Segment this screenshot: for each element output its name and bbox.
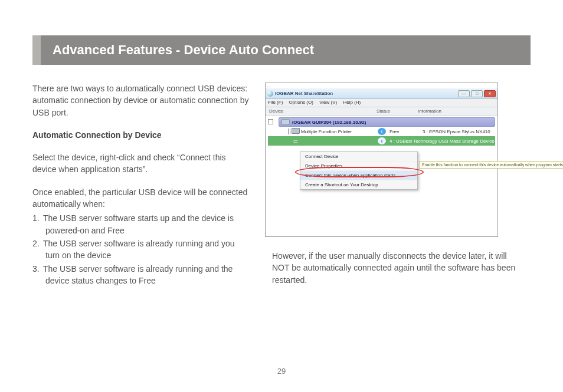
content-columns: There are two ways to automatically conn… [32,83,531,288]
app-logo-icon [267,91,273,97]
right-column: … IOGEAR Net ShareStation — □ ✕ File (F)… [265,83,531,288]
tooltip: Enable this function to connect this dev… [419,161,563,169]
condition-item: 1.The USB server software starts up and … [32,212,251,236]
conditions-list: 1.The USB server software starts up and … [32,212,251,286]
device-row-selected[interactable]: ▭ i 4 : USBest Technology USB Mass Stora… [268,136,495,146]
info-icon: i [378,137,386,144]
condition-item: 3.The USB server software is already run… [32,263,251,287]
server-label: IOGEAR GUIP204 (192.168.10.92) [292,120,366,125]
menu-bar: File (F) Options (O) View (V) Help (H) [266,99,497,107]
maximize-button[interactable]: □ [471,90,483,97]
menu-create-shortcut[interactable]: Create a Shortcut on Your Desktop [300,180,417,189]
column-status: Status [377,108,418,114]
device-name: Multiple Function Printer [301,129,378,134]
section-title: Advanced Features - Device Auto Connect [53,42,519,58]
device-info: 3 : EPSON Epson Stylus NX410 [423,129,495,134]
menu-help[interactable]: Help (H) [343,100,361,105]
note-paragraph: However, if the user manually disconnect… [265,250,531,286]
section-title-bar: Advanced Features - Device Auto Connect [32,35,531,65]
server-icon [282,119,290,125]
device-info: 4 : USBest Technology USB Mass Storage D… [389,139,495,144]
condition-item: 2.The USB server software is already run… [32,238,251,262]
storage-icon: ▭ [290,139,301,144]
embedded-screenshot: … IOGEAR Net ShareStation — □ ✕ File (F)… [265,83,498,237]
close-button[interactable]: ✕ [484,90,496,97]
once-enabled-paragraph: Once enabled, the particular USB device … [32,186,251,210]
subheading: Automatic Connection by Device [32,129,251,141]
window-titlebar: IOGEAR Net ShareStation — □ ✕ [266,88,497,99]
instruction-paragraph: Select the device, right-click and check… [32,151,251,176]
minimize-button[interactable]: — [458,90,470,97]
truncated-caption: … [266,83,497,88]
menu-connect-device[interactable]: Connect Device [300,152,417,162]
column-information: Information [418,108,497,114]
menu-device-properties[interactable]: Device Properties [300,162,417,171]
intro-paragraph: There are two ways to automatically conn… [32,83,251,118]
page-number: 29 [0,367,563,375]
menu-options[interactable]: Options (O) [289,100,313,105]
device-row[interactable]: Multiple Function Printer i Free 3 : EPS… [268,127,495,136]
column-device: Device [266,108,377,114]
left-column: There are two ways to automatically conn… [32,83,251,288]
info-icon: i [378,128,386,135]
context-menu: Connect Device Device Properties Connect… [300,151,418,190]
menu-view[interactable]: View (V) [319,100,337,105]
printer-icon [292,128,300,134]
menu-file[interactable]: File (F) [268,100,283,105]
list-body: IOGEAR GUIP204 (192.168.10.92) Multiple … [266,117,497,229]
device-status: Free [389,129,423,134]
server-checkbox[interactable] [268,119,273,124]
menu-auto-connect[interactable]: Connect this device when application sta… [300,171,417,180]
window-title: IOGEAR Net ShareStation [275,91,333,96]
server-group-row[interactable]: IOGEAR GUIP204 (192.168.10.92) [279,117,495,127]
list-header: Device Status Information [266,107,497,116]
